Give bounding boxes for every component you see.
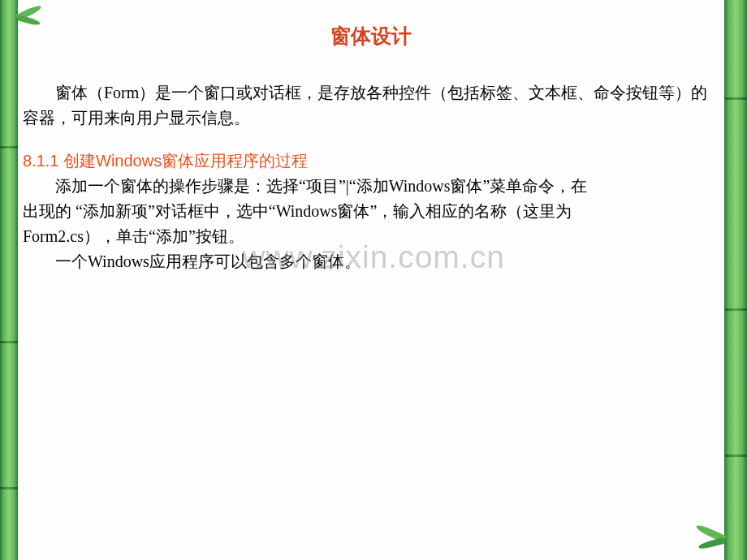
section-heading: 8.1.1 创建Windows窗体应用程序的过程 xyxy=(23,149,719,174)
steps-line-2: 出现的 “添加新项”对话框中，选中“Windows窗体”，输入相应的名称（这里为 xyxy=(23,199,719,224)
content-area: 窗体设计 窗体（Form）是一个窗口或对话框，是存放各种控件（包括标签、文本框、… xyxy=(18,0,724,274)
steps-line-1: 添加一个窗体的操作步骤是：选择“项目”|“添加Windows窗体”菜单命令，在 xyxy=(23,174,719,199)
note-paragraph: 一个Windows应用程序可以包含多个窗体。 xyxy=(23,249,719,274)
bamboo-right-decoration xyxy=(724,0,747,560)
bamboo-right-node xyxy=(724,454,747,457)
leaf-right-decoration xyxy=(687,528,728,552)
bamboo-left-node xyxy=(0,487,18,489)
steps-line-3: Form2.cs），单击“添加”按钮。 xyxy=(23,224,719,249)
page-title: 窗体设计 xyxy=(23,23,719,50)
bamboo-left-decoration xyxy=(0,0,18,560)
intro-paragraph: 窗体（Form）是一个窗口或对话框，是存放各种控件（包括标签、文本框、命令按钮等… xyxy=(23,80,719,131)
steps-paragraph: 添加一个窗体的操作步骤是：选择“项目”|“添加Windows窗体”菜单命令，在 … xyxy=(23,174,719,274)
